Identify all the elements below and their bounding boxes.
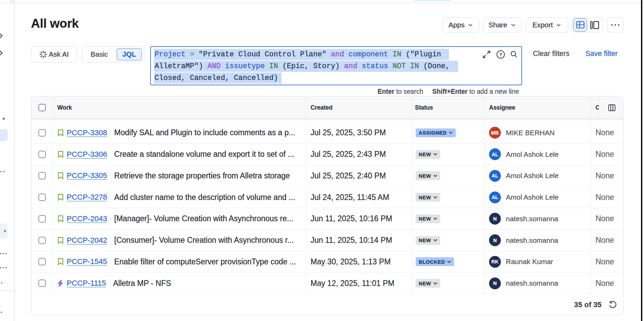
- svg-text:?: ?: [499, 52, 502, 57]
